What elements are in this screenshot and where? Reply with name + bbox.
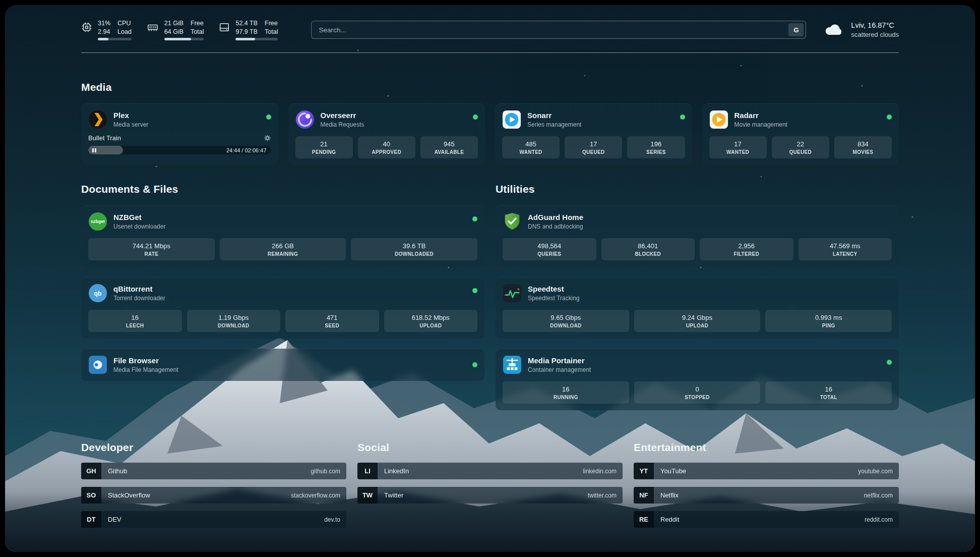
- stat-queries: 498,564 QUERIES: [503, 238, 596, 260]
- section-title-entertainment: Entertainment: [634, 441, 899, 454]
- plex-icon: [88, 110, 107, 129]
- service-card-nzbget[interactable]: nzbget NZBGet Usenet downloader 744.21 M…: [81, 205, 484, 267]
- service-name: Sonarr: [527, 111, 581, 120]
- adguard-icon: [503, 212, 522, 231]
- service-card-plex[interactable]: Plex Media server Bullet Train: [81, 103, 278, 165]
- stat-running: 16 RUNNING: [503, 381, 629, 404]
- service-card-adguard[interactable]: AdGuard Home DNS and adblocking 498,564 …: [496, 205, 899, 267]
- bookmark-name: DEV: [108, 516, 121, 523]
- pause-icon[interactable]: [92, 148, 96, 152]
- cpu-load: 2.94: [98, 28, 110, 36]
- bookmark-youtube[interactable]: YT YouTube youtube.com: [634, 463, 899, 479]
- service-subtitle: Speedtest Tracking: [528, 295, 580, 302]
- stat-available: 945 AVAILABLE: [420, 136, 478, 158]
- weather-condition: scattered clouds: [851, 31, 899, 38]
- stat-rate: 744.21 Mbps RATE: [88, 238, 215, 260]
- service-subtitle: Media server: [113, 121, 148, 128]
- stat-queued: 22 QUEUED: [772, 136, 829, 158]
- status-dot: [887, 115, 892, 120]
- bookmark-twitter[interactable]: TW Twitter twitter.com: [357, 487, 623, 504]
- service-subtitle: Movie management: [734, 121, 787, 128]
- stat-queued: 17 QUEUED: [565, 136, 622, 158]
- sonarr-icon: [502, 110, 521, 129]
- stat-series: 196 SERIES: [627, 136, 685, 158]
- bookmark-name: Reddit: [660, 516, 680, 523]
- bookmark-github[interactable]: GH Github github.com: [81, 463, 346, 479]
- service-card-radarr[interactable]: Radarr Movie management 17 WANTED 22 QUE…: [702, 103, 899, 165]
- bookmark-name: StackOverflow: [108, 491, 150, 499]
- section-title-social: Social: [357, 441, 623, 454]
- service-name: NZBGet: [113, 213, 165, 221]
- stat-leech: 16 LEECH: [88, 310, 182, 332]
- nzbget-icon: nzbget: [88, 212, 107, 231]
- stat-downloaded: 39.6 TB DOWNLOADED: [351, 238, 477, 260]
- stat-remaining: 266 GB REMAINING: [220, 238, 346, 260]
- gear-icon[interactable]: [264, 134, 271, 142]
- cpu-percent: 31%: [98, 19, 110, 27]
- bookmarks-social: Social LI LinkedIn linkedin.com TW Twitt…: [357, 441, 623, 535]
- plex-now-playing: Bullet Train 24:44 / 02:06:47: [88, 134, 271, 154]
- playback-progress-bar[interactable]: 24:44 / 02:06:47: [88, 146, 271, 154]
- memory-total-label: Total: [191, 28, 204, 36]
- disk-total: 97.9 TB: [235, 28, 258, 36]
- bookmark-dev[interactable]: DT DEV dev.to: [81, 511, 346, 528]
- cpu-chip-icon: [81, 22, 92, 35]
- media-grid: Plex Media server Bullet Train: [81, 103, 899, 165]
- search-input[interactable]: [311, 21, 806, 39]
- service-subtitle: Media Requests: [321, 121, 364, 128]
- service-name: qBittorrent: [113, 285, 165, 293]
- disk-widget: 52.4 TB Free 97.9 TB Total: [219, 19, 278, 41]
- weather-location: Lviv, 16.87°C: [851, 21, 899, 29]
- service-card-speedtest[interactable]: Speedtest Speedtest Tracking 9.65 Gbps D…: [496, 277, 899, 339]
- service-name: Media Portainer: [528, 356, 591, 365]
- service-card-qbittorrent[interactable]: qb qBittorrent Torrent downloader 16 LEE…: [81, 277, 484, 339]
- speedtest-icon: [503, 284, 522, 303]
- bookmark-url: netflix.com: [864, 492, 893, 499]
- cpu-progress-bar: [98, 38, 132, 40]
- service-card-overseerr[interactable]: Overseerr Media Requests 21 PENDING 40 A…: [288, 103, 485, 165]
- stat-movies: 834 MOVIES: [834, 136, 892, 158]
- bookmark-linkedin[interactable]: LI LinkedIn linkedin.com: [357, 463, 623, 479]
- search-container: G: [311, 21, 806, 39]
- topbar-divider: [81, 52, 899, 53]
- section-title-utilities: Utilities: [496, 183, 899, 195]
- bookmark-abbr: LI: [357, 463, 378, 479]
- memory-progress-bar: [164, 38, 204, 40]
- search-provider-button[interactable]: G: [788, 23, 804, 36]
- svg-text:nzbget: nzbget: [91, 219, 105, 224]
- service-subtitle: DNS and adblocking: [528, 223, 583, 230]
- status-dot: [472, 362, 477, 367]
- bookmark-stackoverflow[interactable]: SO StackOverflow stackoverflow.com: [81, 487, 346, 504]
- bookmark-url: youtube.com: [858, 468, 893, 475]
- bookmark-abbr: SO: [81, 487, 101, 504]
- stat-blocked: 86,401 BLOCKED: [601, 238, 695, 260]
- top-bar: 31% CPU 2.94 Load: [81, 18, 899, 41]
- bookmark-name: Github: [108, 467, 127, 475]
- playback-time: 24:44 / 02:06:47: [226, 147, 267, 153]
- stat-upload: 618.52 Mbps UPLOAD: [384, 310, 478, 332]
- stat-seed: 471 SEED: [285, 310, 379, 332]
- stat-pending: 21 PENDING: [295, 136, 353, 158]
- service-name: File Browser: [113, 356, 178, 365]
- disk-progress-bar: [235, 38, 278, 40]
- bookmark-url: linkedin.com: [583, 468, 617, 475]
- service-card-portainer[interactable]: Media Portainer Container management 16 …: [496, 349, 899, 410]
- service-subtitle: Container management: [528, 366, 591, 373]
- utilities-column: Utilities AdGuard: [496, 183, 899, 410]
- cpu-widget: 31% CPU 2.94 Load: [81, 19, 132, 41]
- bookmark-netflix[interactable]: NF Netflix netflix.com: [634, 487, 899, 504]
- service-card-filebrowser[interactable]: File Browser Media File Management: [81, 349, 484, 381]
- bookmark-reddit[interactable]: RE Reddit reddit.com: [634, 511, 899, 528]
- radarr-icon: [709, 110, 728, 129]
- bookmarks-entertainment: Entertainment YT YouTube youtube.com NF …: [634, 441, 899, 535]
- filebrowser-icon: [88, 355, 107, 374]
- disk-icon: [219, 22, 230, 35]
- service-name: Speedtest: [528, 285, 580, 293]
- status-dot: [472, 288, 477, 293]
- stat-ping: 0.993 ms PING: [765, 310, 892, 332]
- stat-wanted: 17 WANTED: [709, 136, 767, 158]
- qbittorrent-icon: qb: [88, 284, 107, 303]
- memory-widget: 21 GiB Free 64 GiB Total: [147, 19, 204, 41]
- stat-download: 9.65 Gbps DOWNLOAD: [503, 310, 629, 332]
- service-card-sonarr[interactable]: Sonarr Series management 485 WANTED 17 Q…: [495, 103, 692, 165]
